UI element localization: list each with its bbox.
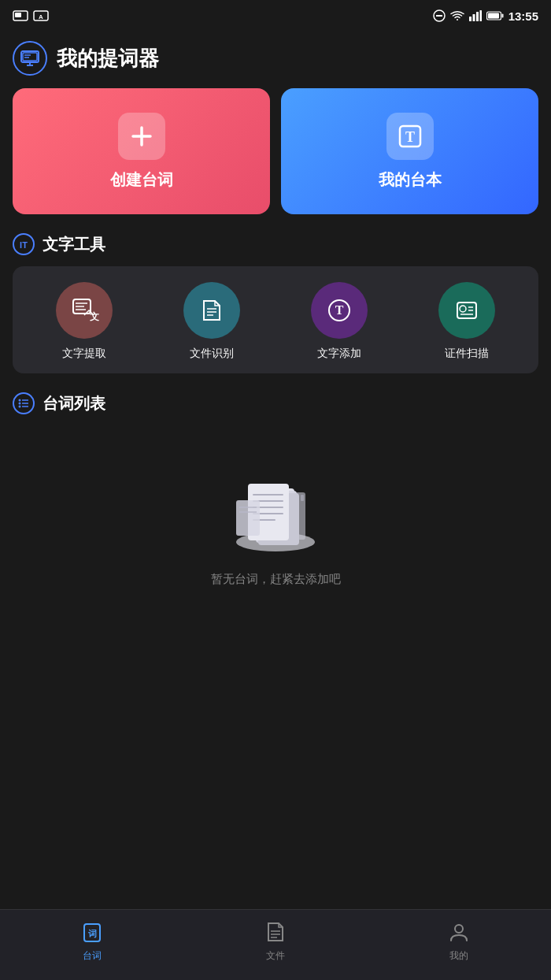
status-bar: A 13:55	[0, 0, 551, 32]
empty-text: 暂无台词，赶紧去添加吧	[211, 572, 341, 587]
svg-rect-8	[476, 12, 479, 21]
tool-circle-file-recognize	[183, 282, 240, 339]
create-card[interactable]: 创建台词	[13, 88, 270, 214]
action-cards: 创建台词 T 我的台本	[13, 88, 538, 214]
svg-point-42	[19, 403, 21, 405]
tool-label-text-extract: 文字提取	[62, 347, 106, 361]
svg-rect-61	[236, 500, 260, 536]
svg-rect-11	[501, 14, 503, 18]
file-recognize-icon	[196, 295, 227, 326]
svg-rect-1	[15, 13, 21, 17]
create-card-icon-wrapper	[118, 113, 165, 160]
wifi-icon	[450, 10, 464, 21]
nav-icon-mine	[445, 918, 473, 946]
my-scripts-card-label: 我的台本	[379, 169, 442, 191]
empty-illustration	[213, 449, 338, 559]
id-scan-icon	[451, 295, 483, 326]
svg-rect-9	[479, 10, 482, 21]
bottom-nav: 词 台词 文件 我的	[0, 909, 551, 980]
tool-circle-text-extract: 文	[56, 282, 113, 339]
tool-circle-id-scan	[438, 282, 495, 339]
scripts-tab-icon: 词	[80, 920, 104, 944]
svg-point-43	[19, 406, 21, 408]
svg-rect-12	[488, 13, 499, 19]
mine-tab-icon	[447, 920, 471, 944]
script-list-title: 台词列表	[43, 393, 105, 414]
tool-label-text-add: 文字添加	[317, 347, 361, 361]
notification-icon-1	[13, 9, 28, 22]
svg-point-41	[19, 399, 21, 402]
nav-icon-files	[261, 918, 290, 946]
svg-rect-14	[23, 53, 37, 61]
app-header: 我的提词器	[13, 41, 538, 76]
app-logo	[13, 41, 47, 76]
signal-icon	[469, 10, 482, 21]
svg-point-36	[460, 306, 466, 312]
create-card-label: 创建台词	[110, 169, 173, 191]
plus-icon	[128, 123, 155, 150]
files-tab-icon	[264, 920, 287, 944]
text-tools-title: 文字工具	[43, 234, 105, 255]
svg-text:A: A	[39, 13, 43, 20]
svg-text:IT: IT	[20, 240, 28, 250]
my-scripts-card-icon-wrapper: T	[386, 113, 434, 160]
nav-icon-scripts: 词	[78, 918, 106, 946]
tool-text-add[interactable]: T 文字添加	[311, 282, 368, 361]
script-list-section-icon	[13, 392, 35, 414]
empty-state: 暂无台词，赶紧去添加吧	[13, 425, 538, 595]
svg-text:T: T	[405, 129, 414, 145]
status-bar-right: 13:55	[433, 9, 538, 23]
list-icon	[13, 392, 35, 414]
text-tools-section-icon: IT	[13, 233, 35, 255]
svg-rect-51	[301, 495, 304, 501]
svg-rect-6	[469, 17, 471, 21]
svg-point-69	[455, 925, 463, 933]
tool-file-recognize[interactable]: 文件识别	[183, 282, 240, 361]
status-bar-left-icons: A	[13, 9, 49, 22]
battery-icon	[486, 11, 504, 20]
app-title: 我的提词器	[57, 45, 159, 72]
tool-id-scan[interactable]: 证件扫描	[438, 282, 495, 361]
svg-rect-7	[472, 14, 475, 21]
nav-tab-mine[interactable]: 我的	[368, 918, 551, 963]
tool-text-extract[interactable]: 文 文字提取	[56, 282, 113, 361]
text-box-icon: T	[395, 121, 425, 151]
svg-text:词: 词	[87, 929, 96, 938]
script-list-section-header: 台词列表	[13, 392, 538, 414]
svg-text:T: T	[335, 303, 344, 317]
nav-tab-scripts[interactable]: 词 台词	[0, 918, 183, 963]
notification-icon-2: A	[33, 9, 49, 22]
text-tools-section-header: IT 文字工具	[13, 233, 538, 255]
app-logo-icon	[20, 50, 40, 67]
it-icon: IT	[13, 233, 35, 255]
time-display: 13:55	[508, 9, 538, 23]
text-extract-icon: 文	[68, 295, 100, 326]
tool-circle-text-add: T	[311, 282, 368, 339]
dnd-icon	[433, 9, 446, 22]
nav-label-files: 文件	[266, 949, 285, 963]
tool-label-id-scan: 证件扫描	[445, 347, 489, 361]
text-add-icon: T	[324, 295, 355, 326]
tool-label-file-recognize: 文件识别	[190, 347, 234, 361]
nav-label-mine: 我的	[449, 949, 468, 963]
nav-tab-files[interactable]: 文件	[183, 918, 367, 963]
main-content: 我的提词器 创建台词 T 我的台本	[0, 32, 551, 909]
svg-rect-5	[436, 15, 442, 17]
nav-label-scripts: 台词	[83, 949, 102, 963]
tools-container: 文 文字提取 文件识别	[13, 266, 538, 373]
my-scripts-card[interactable]: T 我的台本	[281, 88, 538, 214]
